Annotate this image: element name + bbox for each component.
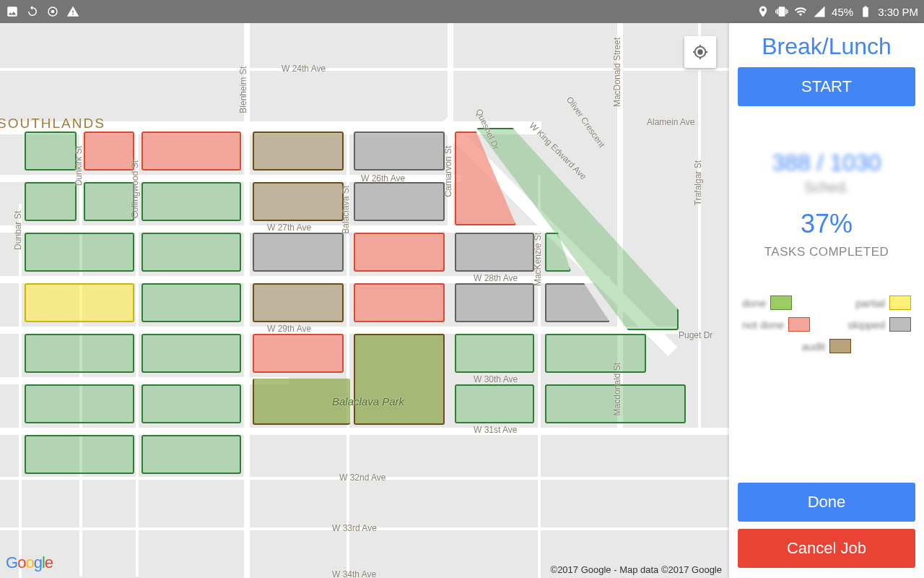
street-label: Blenheim St xyxy=(238,66,248,113)
parcel[interactable] xyxy=(354,182,445,221)
parcel[interactable] xyxy=(25,384,134,423)
parcel[interactable] xyxy=(253,233,344,272)
task-counts: 388 / 1030 xyxy=(738,150,915,176)
street-label: W 26th Ave xyxy=(361,173,405,184)
image-icon xyxy=(6,5,19,18)
signal-icon xyxy=(813,5,826,18)
parcel[interactable] xyxy=(141,334,241,373)
clock-text: 3:30 PM xyxy=(878,6,918,18)
parcel[interactable] xyxy=(141,384,241,423)
tasks-completed-label: TASKS COMPLETED xyxy=(738,245,915,259)
sync-icon xyxy=(26,5,39,18)
region-label: SOUTHLANDS xyxy=(0,116,105,131)
sidebar: Break/Lunch START 388 / 1030 Sched. 37% … xyxy=(729,23,924,578)
svg-point-1 xyxy=(51,10,55,14)
sched-label: Sched. xyxy=(738,179,915,196)
map-attribution: ©2017 Google - Map data ©2017 Google xyxy=(548,564,725,575)
street-label: Dunkirk St xyxy=(74,146,84,186)
legend-swatch-yellow xyxy=(889,296,911,310)
parcel[interactable] xyxy=(354,131,445,171)
location-icon xyxy=(757,5,770,18)
legend-swatch-brown xyxy=(829,339,851,353)
legend-swatch-green xyxy=(770,296,792,310)
parcel[interactable] xyxy=(253,182,344,221)
my-location-button[interactable] xyxy=(684,36,716,68)
parcel[interactable] xyxy=(455,233,534,272)
parcel[interactable] xyxy=(455,384,534,423)
street-label: W 34th Ave xyxy=(332,569,376,578)
parcel[interactable] xyxy=(141,435,241,474)
street-label: W 27th Ave xyxy=(267,223,311,233)
parcel[interactable] xyxy=(141,283,241,322)
parcel[interactable] xyxy=(25,233,134,272)
battery-icon xyxy=(859,5,872,18)
street-label: W 29th Ave xyxy=(267,324,311,334)
street-label: W 31st Ave xyxy=(474,425,517,435)
parcel[interactable] xyxy=(354,233,445,272)
street-label: W 28th Ave xyxy=(474,273,518,283)
parcel[interactable] xyxy=(25,131,77,171)
parcel[interactable] xyxy=(253,283,344,322)
street-label: MacKenzie St xyxy=(533,233,543,286)
google-logo: Google xyxy=(6,553,53,572)
street-label: Dunbar St xyxy=(13,211,23,250)
legend: done partial not done skipped audit xyxy=(738,296,915,361)
target-icon xyxy=(46,5,59,18)
parcel[interactable] xyxy=(545,334,646,373)
park-label: Balaclava Park xyxy=(332,395,404,407)
street-label: Puget Dr xyxy=(679,330,712,340)
start-button[interactable]: START xyxy=(738,67,915,106)
map-canvas[interactable]: SOUTHLANDS Balaclava Park W 24th Ave W 2… xyxy=(0,23,729,578)
parcel[interactable] xyxy=(84,182,134,221)
street-label: Trafalgar St xyxy=(693,160,703,205)
parcel[interactable] xyxy=(25,182,77,221)
vibrate-icon xyxy=(775,5,788,18)
street-label: W 30th Ave xyxy=(474,374,518,384)
parcel[interactable] xyxy=(25,283,134,322)
street-label: Macdonald St xyxy=(612,363,622,415)
legend-swatch-salmon xyxy=(788,317,810,332)
street-label: W 24th Ave xyxy=(282,64,326,74)
percent-complete: 37% xyxy=(738,209,915,239)
parcel[interactable] xyxy=(141,233,241,272)
street-label: Carnarvon St xyxy=(443,146,453,197)
cancel-job-button[interactable]: Cancel Job xyxy=(738,529,915,568)
parcel[interactable] xyxy=(25,334,134,373)
parcel[interactable] xyxy=(455,334,534,373)
warning-icon xyxy=(66,5,79,18)
parcel[interactable] xyxy=(141,131,241,171)
street-label: Collingwood St xyxy=(130,160,140,218)
battery-pct: 45% xyxy=(832,6,853,18)
wifi-icon xyxy=(794,5,807,18)
parcel[interactable] xyxy=(25,435,134,474)
parcel[interactable] xyxy=(455,283,534,322)
street-label: Balaclava St xyxy=(341,186,351,234)
street-label: W 33rd Ave xyxy=(332,523,377,533)
parcel[interactable] xyxy=(141,182,241,221)
android-statusbar: 45% 3:30 PM xyxy=(0,0,924,23)
street-label: W 32nd Ave xyxy=(339,473,386,483)
parcel[interactable] xyxy=(253,334,344,373)
parcel[interactable] xyxy=(84,131,134,171)
done-button[interactable]: Done xyxy=(738,483,915,522)
street-label: Alamein Ave xyxy=(647,117,695,127)
park-parcel[interactable] xyxy=(354,334,445,425)
parcel[interactable] xyxy=(253,131,344,171)
parcel[interactable] xyxy=(354,283,445,322)
legend-swatch-grey xyxy=(889,317,911,332)
stats-block: 388 / 1030 Sched. 37% xyxy=(738,150,915,239)
page-title: Break/Lunch xyxy=(738,33,915,60)
street-label: MacDonald Street xyxy=(612,38,622,107)
